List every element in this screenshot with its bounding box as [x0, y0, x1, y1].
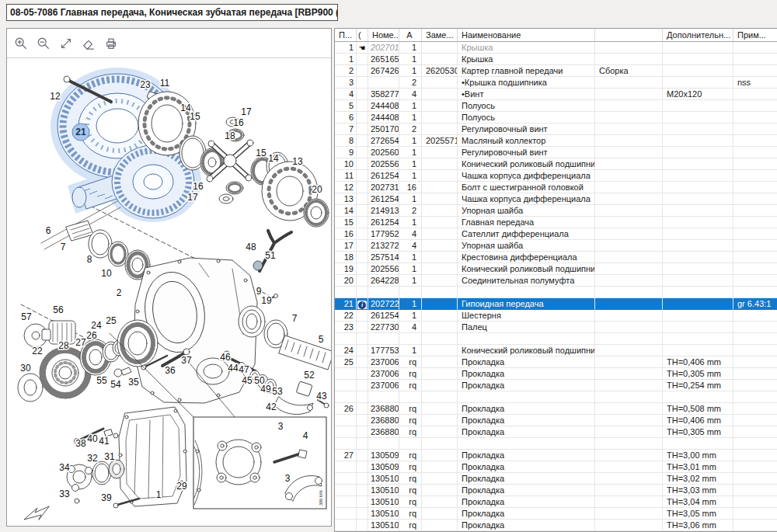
callout-16[interactable]: 16 — [193, 181, 204, 192]
callout-55[interactable]: 55 — [96, 375, 107, 386]
table-row[interactable]: 1421491372Упорная шайба — [335, 205, 777, 217]
callout-12[interactable]: 12 — [50, 91, 61, 102]
callout-18[interactable]: 18 — [225, 130, 235, 141]
table-row[interactable] — [335, 438, 777, 450]
callout-31[interactable]: 31 — [104, 451, 115, 462]
callout-17[interactable]: 17 — [187, 192, 198, 203]
table-row[interactable]: 1305100rqПрокладкаTH=3,02 mm — [335, 473, 777, 485]
callout-15[interactable]: 15 — [190, 111, 200, 122]
callout-8[interactable]: 8 — [87, 254, 92, 265]
callout-52[interactable]: 52 — [304, 370, 315, 381]
callout-57[interactable]: 57 — [21, 311, 32, 322]
callout-14[interactable]: 14 — [268, 153, 279, 164]
fit-view-icon[interactable] — [57, 35, 75, 52]
zoom-in-icon[interactable] — [12, 35, 30, 52]
callout-4[interactable]: 4 — [303, 430, 308, 441]
callout-20[interactable]: 20 — [312, 184, 322, 195]
highlight-eraser-icon[interactable] — [80, 35, 97, 52]
table-row[interactable]: 1305101rqПрокладкаTH=3,03 mm — [335, 485, 777, 496]
table-row[interactable]: 262368807rqПрокладкаTH=0,508 mm — [335, 403, 777, 415]
table-row[interactable] — [335, 287, 777, 298]
callout-39[interactable]: 39 — [101, 492, 112, 503]
table-row[interactable]: 1526125471Главная передача — [335, 217, 777, 228]
table-row[interactable]: 2026422871Соединительная полумуфта — [335, 275, 777, 287]
table-row[interactable]: 2370068rqПрокладкаTH=0,305 mm — [335, 368, 777, 380]
table-row[interactable]: 2368808rqПрокладкаTH=0,406 mm — [335, 415, 777, 426]
callout-48[interactable]: 48 — [246, 242, 256, 252]
callout-7[interactable]: 7 — [292, 313, 298, 324]
callout-3[interactable]: 3 — [285, 473, 291, 484]
table-row[interactable]: 1825751411Крестовина дифференциала — [335, 252, 777, 263]
callout-44[interactable]: 44 — [228, 363, 239, 374]
callout-21-selected[interactable]: 21 — [72, 123, 89, 141]
table-row[interactable]: 2368809rqПрокладкаTH=0,305 mm — [335, 426, 777, 438]
callout-6[interactable]: 6 — [46, 225, 51, 236]
callout-42[interactable]: 42 — [266, 402, 277, 412]
table-row[interactable]: 1617795284Сателлит дифференциала — [335, 228, 777, 240]
callout-40[interactable]: 40 — [87, 433, 98, 444]
callout-17[interactable]: 17 — [241, 106, 252, 117]
table-row[interactable]: 252370067rqПрокладкаTH=0,406 mm — [335, 356, 777, 368]
table-row[interactable]: 1126125491Чашка корпуса дифференциала — [335, 170, 777, 182]
callout-2[interactable]: 2 — [117, 287, 122, 298]
table-row[interactable]: 1326125481Чашка корпуса дифференциала — [335, 193, 777, 205]
callout-15[interactable]: 15 — [256, 148, 267, 158]
callout-37[interactable]: 37 — [181, 355, 192, 366]
callout-54[interactable]: 54 — [110, 379, 121, 390]
zoom-out-icon[interactable] — [35, 35, 52, 52]
table-row[interactable]: 43582774•ВинтM20x120 — [335, 89, 777, 100]
table-row[interactable]: 1305102rqПрокладкаTH=3,04 mm — [335, 496, 777, 508]
table-row[interactable]: 2226125451Шестерня — [335, 310, 777, 322]
table-row[interactable]: 2370069rqПрокладкаTH=0,254 mm — [335, 380, 777, 391]
callout-56[interactable]: 56 — [53, 304, 64, 315]
callout-38[interactable]: 38 — [75, 438, 86, 449]
callout-13[interactable]: 13 — [292, 156, 303, 167]
header-pos[interactable]: П... — [335, 29, 357, 41]
callout-43[interactable]: 43 — [316, 391, 327, 402]
callout-41[interactable]: 41 — [99, 436, 110, 447]
table-row[interactable]: 1721327244Упорная шайба — [335, 240, 777, 252]
table-row[interactable]: 32•Крышка подшипникаnss — [335, 77, 777, 89]
callout-35[interactable]: 35 — [128, 377, 139, 388]
callout-24[interactable]: 24 — [91, 320, 102, 331]
callout-5[interactable]: 5 — [319, 334, 324, 345]
callout-27[interactable]: 27 — [75, 337, 86, 348]
callout-16[interactable]: 16 — [233, 117, 244, 128]
table-row[interactable]: 624440851Полуось — [335, 112, 777, 123]
table-row[interactable]: 2417775311Конический роликовый подшипник — [335, 345, 777, 356]
table-row[interactable]: 1020255611Конический роликовый подшипник — [335, 158, 777, 170]
callout-23[interactable]: 23 — [140, 79, 151, 90]
header-replacement[interactable]: Заме... — [422, 29, 458, 41]
table-row[interactable]: 2267426212620530Картер главной передачиС… — [335, 65, 777, 77]
print-icon[interactable] — [103, 35, 120, 52]
table-row[interactable]: 126516521Крышка — [335, 54, 777, 65]
table-row[interactable]: 1305099rqПрокладкаTH=3,01 mm — [335, 461, 777, 473]
table-row[interactable]: 1305103rqПрокладкаTH=3,05 mm — [335, 508, 777, 520]
table-row[interactable] — [335, 391, 777, 403]
callout-11[interactable]: 11 — [160, 78, 170, 89]
table-row[interactable]: 271305098rqПрокладкаTH=3,00 mm — [335, 450, 777, 461]
parts-diagram[interactable]: 389 646 12231121141517161816171514132048… — [7, 58, 331, 526]
table-row[interactable]: 1☚20270151Крышка — [335, 42, 777, 54]
callout-28[interactable]: 28 — [58, 340, 69, 351]
table-row[interactable]: 1305104rqПрокладкаTH=3,06 mm — [335, 520, 777, 531]
header-number[interactable]: Номе... — [368, 29, 399, 41]
header-misc[interactable] — [595, 29, 663, 41]
callout-30[interactable]: 30 — [20, 363, 31, 374]
callout-25[interactable]: 25 — [106, 315, 117, 326]
callout-45[interactable]: 45 — [242, 375, 253, 386]
header-remark[interactable]: Прим... — [733, 29, 777, 41]
header-qty[interactable]: А — [399, 29, 422, 41]
callout-49[interactable]: 49 — [260, 384, 271, 395]
table-row[interactable] — [335, 333, 777, 345]
callout-10[interactable]: 10 — [101, 268, 112, 279]
callout-47[interactable]: 47 — [239, 364, 249, 375]
table-row-selected[interactable]: 21i20272221Гипоидная передачаgr 6.43:1 — [335, 298, 777, 310]
callout-26[interactable]: 26 — [86, 330, 97, 341]
callout-29[interactable]: 29 — [176, 481, 187, 492]
table-row[interactable]: 12202731116Болт с шестигранной головкой — [335, 182, 777, 193]
callout-33[interactable]: 33 — [59, 489, 70, 499]
callout-53[interactable]: 53 — [272, 386, 283, 397]
header-icon[interactable]: ( — [357, 29, 368, 41]
callout-1[interactable]: 1 — [156, 489, 162, 500]
